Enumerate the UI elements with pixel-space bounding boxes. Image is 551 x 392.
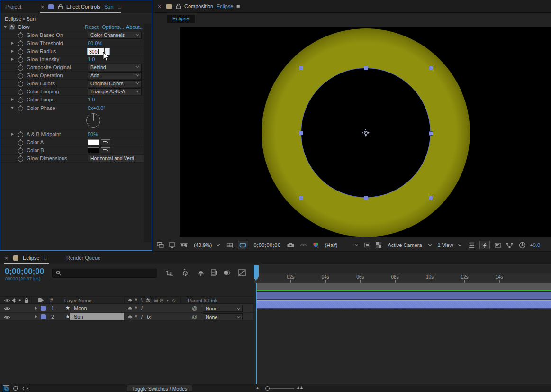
- parent-link-column-header[interactable]: Parent & Link: [188, 298, 217, 303]
- layer-name-column-header[interactable]: Layer Name: [64, 298, 91, 303]
- expand-layer-switches-toggle[interactable]: [3, 385, 9, 391]
- expand-transfer-controls-toggle[interactable]: [13, 385, 19, 392]
- panel-drag-icon[interactable]: [48, 4, 54, 9]
- motion-blur-column-icon[interactable]: ◎: [160, 298, 164, 303]
- tab-project[interactable]: Project: [5, 4, 21, 9]
- timeline-zoom-knob[interactable]: [265, 386, 270, 391]
- glow-threshold-value[interactable]: 60.0%: [88, 40, 102, 46]
- lock-icon[interactable]: [24, 298, 29, 303]
- stopwatch-icon[interactable]: [18, 147, 23, 153]
- resolution-dropdown[interactable]: (Half): [325, 242, 338, 248]
- scrollbar-track[interactable]: [144, 24, 151, 242]
- glow-operation-dropdown[interactable]: Add: [88, 72, 142, 79]
- composite-original-dropdown[interactable]: Behind: [88, 64, 142, 71]
- panel-menu-icon[interactable]: ≡: [44, 255, 47, 262]
- stopwatch-icon[interactable]: [18, 56, 23, 62]
- graph-editor-icon[interactable]: [238, 269, 246, 277]
- stopwatch-icon[interactable]: [18, 139, 23, 145]
- expand-triangle-icon[interactable]: [35, 307, 37, 310]
- mask-path-visibility-toggle[interactable]: [238, 241, 248, 249]
- about-link[interactable]: About..: [126, 24, 143, 30]
- channel-colors-icon[interactable]: [312, 242, 319, 248]
- tab-render-queue[interactable]: Render Queue: [66, 255, 100, 261]
- layer-row-sun[interactable]: 2 ★ Sun * / fx @ None: [0, 313, 253, 321]
- shy-switch-icon[interactable]: [127, 306, 133, 311]
- stopwatch-icon[interactable]: [18, 40, 23, 46]
- time-ruler[interactable]: 0s02s04s06s08s10s12s14s: [254, 273, 551, 283]
- stopwatch-icon[interactable]: [18, 32, 23, 38]
- fast-previews-toggle[interactable]: [479, 241, 490, 249]
- tab-composition[interactable]: Composition: [184, 3, 213, 9]
- grid-guides-icon[interactable]: [226, 242, 234, 249]
- video-eye-icon[interactable]: [4, 306, 10, 311]
- color-a-swatch[interactable]: [88, 139, 99, 145]
- options-link[interactable]: Options...: [102, 24, 124, 30]
- effects-switch-icon[interactable]: fx: [147, 314, 151, 319]
- stopwatch-icon[interactable]: [18, 105, 23, 111]
- sun-layer-bar[interactable]: [256, 300, 551, 309]
- selection-handle[interactable]: [299, 131, 303, 135]
- current-timecode[interactable]: 0;00;00;00: [5, 267, 44, 276]
- exposure-value[interactable]: +0.0: [530, 242, 540, 248]
- audio-speaker-icon[interactable]: [11, 298, 17, 303]
- close-icon[interactable]: ×: [158, 3, 161, 10]
- panel-drag-icon[interactable]: [166, 4, 172, 9]
- solo-icon[interactable]: ●: [18, 298, 21, 302]
- unlock-icon[interactable]: [176, 3, 181, 9]
- stopwatch-icon[interactable]: [18, 131, 23, 137]
- zoom-out-mountain-icon[interactable]: ▲: [256, 386, 259, 389]
- expand-triangle-icon[interactable]: [11, 98, 14, 101]
- pickwhip-icon[interactable]: @: [192, 305, 197, 311]
- tab-composition-target[interactable]: Eclipse: [217, 3, 233, 9]
- collapse-triangle-icon[interactable]: [4, 26, 7, 28]
- always-preview-icon[interactable]: [157, 242, 164, 248]
- stopwatch-icon[interactable]: [18, 48, 23, 54]
- layer-name-selected[interactable]: Sun: [70, 313, 124, 320]
- selection-handle[interactable]: [299, 66, 303, 70]
- stopwatch-icon[interactable]: [18, 64, 23, 70]
- eyedropper-icon[interactable]: [101, 139, 110, 145]
- video-eye-icon[interactable]: [4, 315, 10, 319]
- magnification-dropdown[interactable]: (40.9%): [194, 242, 212, 248]
- moon-layer-bar[interactable]: [256, 292, 551, 300]
- selection-handle[interactable]: [429, 131, 433, 136]
- comp-flowchart-icon[interactable]: [506, 242, 513, 248]
- expand-triangle-icon[interactable]: [11, 50, 14, 53]
- selection-handle[interactable]: [364, 66, 368, 70]
- quality-switch-icon[interactable]: /: [141, 314, 143, 319]
- toggle-switches-modes-button[interactable]: Toggle Switches / Modes: [127, 385, 192, 392]
- tab-effect-controls[interactable]: Effect Controls: [66, 4, 100, 9]
- selection-handle[interactable]: [429, 196, 433, 200]
- show-snapshot-eye-icon[interactable]: [299, 242, 307, 248]
- expand-triangle-icon[interactable]: [11, 133, 14, 136]
- view-options-icon[interactable]: [180, 242, 188, 248]
- reset-exposure-icon[interactable]: [519, 242, 526, 249]
- frame-blending-icon[interactable]: [210, 269, 218, 277]
- view-count-dropdown[interactable]: 1 View: [438, 242, 453, 248]
- preview-timecode[interactable]: 0;00;00;00: [254, 242, 281, 248]
- pixel-aspect-correction-icon[interactable]: [468, 242, 476, 248]
- unlock-icon[interactable]: [58, 4, 63, 9]
- chevron-down-icon[interactable]: [355, 243, 358, 246]
- playhead-handle-point[interactable]: [254, 277, 258, 281]
- parent-dropdown[interactable]: None: [203, 305, 243, 312]
- quality-switch-icon[interactable]: /: [141, 305, 143, 311]
- timeline-button-icon[interactable]: [494, 242, 502, 248]
- panel-drag-icon[interactable]: [13, 255, 18, 261]
- threed-column-icon[interactable]: ◇: [172, 298, 176, 303]
- panel-menu-icon[interactable]: ≡: [236, 3, 240, 10]
- glow-dimensions-dropdown[interactable]: Horizontal and Verti: [88, 155, 149, 162]
- glow-intensity-value[interactable]: 1.0: [88, 56, 95, 62]
- motion-blur-icon[interactable]: [223, 269, 231, 276]
- chevron-down-icon[interactable]: [458, 243, 461, 246]
- zoom-in-mountains-icon[interactable]: ▲▲: [296, 385, 303, 390]
- glow-colors-dropdown[interactable]: Original Colors: [88, 80, 142, 87]
- collapse-switch-icon[interactable]: *: [135, 305, 137, 312]
- timeline-zoom-track[interactable]: [268, 388, 294, 389]
- stopwatch-icon[interactable]: [18, 97, 23, 102]
- video-eye-icon[interactable]: [4, 298, 10, 303]
- color-phase-value[interactable]: 0x+0.0°: [88, 105, 106, 111]
- layer-label-color[interactable]: [41, 314, 46, 319]
- effect-name[interactable]: Glow: [18, 24, 29, 30]
- collapse-triangle-icon[interactable]: [11, 107, 14, 109]
